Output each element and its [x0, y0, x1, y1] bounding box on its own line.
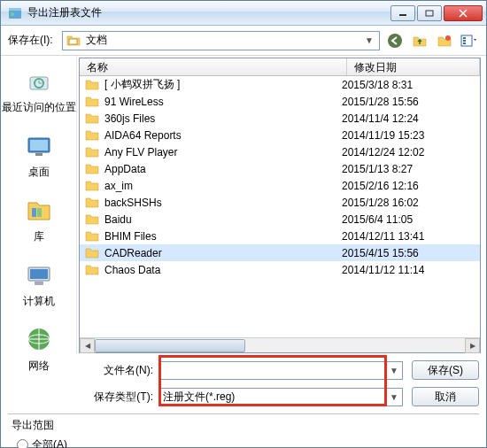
file-date: 2014/11/4 12:24	[342, 112, 475, 125]
svg-rect-11	[463, 42, 466, 44]
file-date: 2015/1/28 16:02	[342, 197, 475, 209]
sidebar-item-desktop[interactable]: 桌面	[1, 124, 76, 189]
svg-rect-3	[399, 14, 406, 16]
svg-rect-4	[426, 11, 433, 16]
save-button[interactable]: 保存(S)	[412, 360, 479, 380]
file-date: 2014/11/12 11:14	[342, 264, 475, 276]
folder-icon	[85, 162, 99, 176]
save-form: 文件名(N): ▼ 保存(S) 保存类型(T): 注册文件(*.reg) ▼ 取…	[1, 353, 486, 408]
main-area: 最近访问的位置桌面库计算机网络 名称 修改日期 [ 小鹤双拼飞扬 ]2015/3…	[1, 56, 486, 353]
file-date: 2015/6/4 11:05	[342, 213, 475, 226]
file-date: 2015/2/16 12:16	[342, 180, 475, 192]
file-row[interactable]: 91 WireLess2015/1/28 15:56	[80, 93, 480, 110]
cancel-button[interactable]: 取消	[412, 387, 479, 406]
libraries-icon	[23, 194, 55, 226]
file-row[interactable]: BHIM Files2014/12/11 13:41	[80, 228, 480, 244]
folder-icon	[85, 246, 99, 260]
documents-icon	[66, 34, 81, 48]
file-row[interactable]: Chaos Data2014/11/12 11:14	[80, 261, 480, 278]
places-sidebar: 最近访问的位置桌面库计算机网络	[1, 56, 77, 353]
file-row[interactable]: AppData2015/1/13 8:27	[80, 160, 480, 177]
export-range-group: 导出范围 全部(A) 所选分支(E) HKEY_CLASSES_ROOT	[1, 418, 486, 448]
file-date: 2014/11/19 15:23	[342, 129, 475, 142]
chevron-down-icon[interactable]: ▼	[390, 392, 398, 402]
file-row[interactable]: backSHSHs2015/1/28 16:02	[80, 194, 480, 211]
location-text: 文档	[86, 33, 363, 48]
svg-rect-17	[32, 208, 36, 217]
svg-rect-8	[461, 35, 472, 46]
chevron-down-icon[interactable]: ▼	[390, 366, 398, 375]
file-name: [ 小鹤双拼飞扬 ]	[104, 77, 342, 92]
file-name: backSHSHs	[104, 197, 342, 209]
col-name[interactable]: 名称	[80, 58, 347, 75]
svg-rect-15	[30, 140, 48, 151]
column-headers[interactable]: 名称 修改日期	[80, 58, 480, 76]
horizontal-scrollbar[interactable]: ◀ ▶	[80, 337, 480, 352]
file-name: 91 WireLess	[104, 96, 342, 108]
file-row[interactable]: CADReader2015/4/15 15:56	[80, 244, 480, 261]
file-row[interactable]: 360js Files2014/11/4 12:24	[80, 110, 480, 127]
svg-point-2	[11, 12, 14, 16]
file-row[interactable]: ax_im2015/2/16 12:16	[80, 177, 480, 194]
scroll-left-button[interactable]: ◀	[80, 338, 95, 353]
close-button[interactable]	[444, 5, 483, 21]
chevron-down-icon: ▼	[363, 35, 375, 45]
file-name: AIDA64 Reports	[104, 129, 342, 142]
svg-point-7	[445, 35, 451, 41]
view-menu-button[interactable]	[460, 31, 479, 50]
filename-label: 文件名(N):	[82, 363, 158, 378]
file-list[interactable]: [ 小鹤双拼飞扬 ]2015/3/18 8:3191 WireLess2015/…	[80, 76, 480, 337]
file-date: 2015/1/13 8:27	[342, 163, 475, 175]
folder-icon	[85, 112, 99, 126]
folder-icon	[85, 95, 99, 109]
scroll-right-button[interactable]: ▶	[465, 338, 480, 353]
svg-rect-16	[35, 153, 43, 156]
sidebar-item-label: 库	[34, 229, 44, 244]
svg-rect-5	[69, 39, 77, 44]
file-name: 360js Files	[104, 112, 342, 125]
window-title: 导出注册表文件	[27, 5, 102, 20]
col-date[interactable]: 修改日期	[347, 58, 480, 75]
file-name: Any FLV Player	[104, 146, 342, 158]
file-row[interactable]: AIDA64 Reports2014/11/19 15:23	[80, 127, 480, 143]
export-all-radio[interactable]: 全部(A)	[17, 436, 475, 448]
back-button[interactable]	[385, 31, 405, 50]
maximize-button[interactable]	[417, 5, 442, 21]
radio-all[interactable]	[17, 439, 28, 449]
up-folder-button[interactable]	[410, 31, 429, 50]
file-row[interactable]: Baidu2015/6/4 11:05	[80, 211, 480, 228]
file-list-pane: 名称 修改日期 [ 小鹤双拼飞扬 ]2015/3/18 8:3191 WireL…	[79, 58, 481, 353]
sidebar-item-label: 计算机	[23, 294, 55, 309]
folder-icon	[85, 263, 99, 277]
file-name: BHIM Files	[104, 230, 342, 243]
sidebar-item-recent[interactable]: 最近访问的位置	[1, 59, 76, 124]
location-dropdown[interactable]: 文档 ▼	[62, 31, 380, 50]
file-date: 2015/3/18 8:31	[342, 79, 475, 91]
file-row[interactable]: Any FLV Player2014/12/24 12:02	[80, 143, 480, 160]
folder-icon	[85, 229, 99, 243]
svg-point-6	[388, 34, 402, 48]
file-row[interactable]: [ 小鹤双拼飞扬 ]2015/3/18 8:31	[80, 76, 480, 93]
minimize-button[interactable]	[390, 5, 415, 21]
filetype-value: 注册文件(*.reg)	[163, 390, 390, 405]
toolbar: 保存在(I): 文档 ▼	[1, 26, 486, 56]
filetype-dropdown[interactable]: 注册文件(*.reg) ▼	[158, 388, 403, 406]
svg-rect-20	[30, 269, 48, 279]
scroll-thumb[interactable]	[95, 339, 245, 352]
file-date: 2015/4/15 15:56	[342, 247, 475, 259]
new-folder-button[interactable]	[435, 31, 454, 50]
recent-icon	[23, 65, 55, 97]
save-dialog: 导出注册表文件 保存在(I): 文档 ▼ 最近访问的位置桌面库计算机网络 名称 …	[0, 0, 487, 448]
file-date: 2014/12/24 12:02	[342, 146, 475, 158]
export-range-title: 导出范围	[12, 418, 475, 433]
filename-input[interactable]: ▼	[158, 361, 403, 380]
svg-rect-21	[35, 282, 43, 285]
sidebar-item-label: 最近访问的位置	[2, 100, 76, 115]
desktop-icon	[23, 129, 55, 161]
sidebar-item-computer[interactable]: 计算机	[1, 253, 76, 318]
file-name: Chaos Data	[104, 264, 342, 276]
regedit-icon	[8, 6, 22, 20]
folder-icon	[85, 196, 99, 210]
svg-rect-9	[463, 37, 466, 39]
sidebar-item-libraries[interactable]: 库	[1, 189, 76, 253]
